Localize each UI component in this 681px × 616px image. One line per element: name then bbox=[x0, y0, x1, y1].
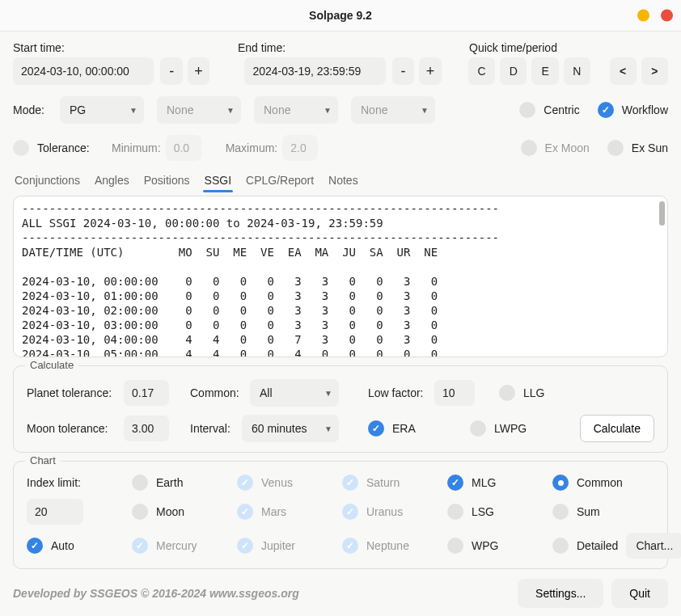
calculate-panel: Calculate Planet tolerance: 0.17 Common:… bbox=[13, 365, 668, 453]
venus-radio[interactable]: Venus bbox=[237, 475, 342, 491]
auto-radio[interactable]: Auto bbox=[27, 538, 132, 554]
lsg-label: LSG bbox=[472, 505, 494, 518]
interval-value: 60 minutes bbox=[252, 422, 316, 435]
jupiter-label: Jupiter bbox=[261, 539, 295, 552]
tolerance-row: Tolerance: Minimum: 0.0 Maximum: 2.0 Ex … bbox=[13, 135, 668, 161]
chevron-down-icon: ▼ bbox=[129, 106, 137, 115]
tab-ssgi[interactable]: SSGI bbox=[205, 171, 231, 192]
lsg-radio[interactable]: LSG bbox=[447, 504, 552, 520]
tab-angles[interactable]: Angles bbox=[95, 171, 129, 192]
quick-c-button[interactable]: C bbox=[468, 57, 495, 85]
mars-label: Mars bbox=[261, 505, 286, 518]
quit-button[interactable]: Quit bbox=[611, 579, 668, 608]
low-factor-label: Low factor: bbox=[368, 386, 434, 399]
credit-text: Developed by SSGEOS © 2016-2024 www.ssge… bbox=[13, 587, 510, 600]
common-select[interactable]: All ▼ bbox=[250, 379, 339, 407]
start-plus-button[interactable]: + bbox=[188, 57, 209, 85]
index-limit-label: Index limit: bbox=[27, 476, 132, 489]
chevron-down-icon: ▼ bbox=[324, 106, 332, 115]
workflow-radio[interactable]: Workflow bbox=[598, 102, 668, 118]
minimum-input[interactable]: 0.0 bbox=[166, 135, 201, 161]
saturn-radio[interactable]: Saturn bbox=[342, 475, 447, 491]
moon-label: Moon bbox=[156, 505, 184, 518]
close-icon[interactable] bbox=[661, 10, 673, 22]
neptune-radio[interactable]: Neptune bbox=[342, 538, 447, 554]
quick-e-button[interactable]: E bbox=[531, 57, 558, 85]
title-bar: Solpage 9.2 bbox=[0, 0, 681, 32]
quick-n-button[interactable]: N bbox=[564, 57, 590, 85]
mode-sub-select-2[interactable]: None ▼ bbox=[254, 96, 338, 124]
centric-radio[interactable]: Centric bbox=[519, 102, 579, 118]
workflow-label: Workflow bbox=[622, 103, 668, 116]
tab-positions[interactable]: Positions bbox=[144, 171, 190, 192]
sum-radio[interactable]: Sum bbox=[552, 504, 681, 520]
era-label: ERA bbox=[392, 422, 416, 435]
mode-sub-select-1[interactable]: None ▼ bbox=[157, 96, 241, 124]
lwpg-radio[interactable]: LWPG bbox=[470, 420, 527, 437]
wpg-label: WPG bbox=[472, 539, 498, 552]
app-window: Solpage 9.2 Start time: End time: Quick … bbox=[0, 0, 681, 616]
window-controls bbox=[637, 10, 673, 22]
moon-tol-input[interactable]: 3.00 bbox=[124, 416, 169, 441]
tolerance-label: Tolerance: bbox=[37, 141, 112, 154]
mode-sub-select-3[interactable]: None ▼ bbox=[351, 96, 435, 124]
tab-conjunctions[interactable]: Conjunctions bbox=[15, 171, 80, 192]
end-time-input[interactable]: 2024-03-19, 23:59:59 bbox=[244, 57, 385, 85]
tab-notes[interactable]: Notes bbox=[328, 171, 358, 192]
sum-label: Sum bbox=[577, 505, 600, 518]
detailed-radio[interactable]: Detailed bbox=[552, 538, 618, 554]
quick-d-button[interactable]: D bbox=[500, 57, 527, 85]
start-minus-button[interactable]: - bbox=[160, 57, 182, 85]
llg-radio[interactable]: LLG bbox=[499, 385, 544, 401]
auto-label: Auto bbox=[51, 539, 74, 552]
lwpg-label: LWPG bbox=[494, 422, 527, 435]
scrollbar-thumb[interactable] bbox=[659, 201, 665, 226]
tab-cplg[interactable]: CPLG/Report bbox=[246, 171, 314, 192]
tolerance-toggle[interactable] bbox=[13, 140, 29, 156]
output-text[interactable]: ----------------------------------------… bbox=[14, 196, 667, 357]
mode-select[interactable]: PG ▼ bbox=[60, 96, 144, 124]
era-radio[interactable]: ERA bbox=[368, 420, 434, 437]
mercury-label: Mercury bbox=[156, 539, 197, 552]
next-period-button[interactable]: > bbox=[641, 57, 668, 85]
mars-radio[interactable]: Mars bbox=[237, 504, 342, 520]
ex-moon-label: Ex Moon bbox=[545, 141, 590, 154]
mlg-radio[interactable]: MLG bbox=[447, 475, 552, 491]
planet-tol-input[interactable]: 0.17 bbox=[124, 380, 169, 406]
ex-moon-radio[interactable]: Ex Moon bbox=[521, 140, 590, 156]
end-minus-button[interactable]: - bbox=[392, 57, 414, 85]
chevron-down-icon: ▼ bbox=[421, 106, 429, 115]
start-time-input[interactable]: 2024-03-10, 00:00:00 bbox=[13, 57, 154, 85]
maximum-input[interactable]: 2.0 bbox=[282, 135, 318, 161]
earth-radio[interactable]: Earth bbox=[132, 475, 237, 491]
prev-period-button[interactable]: < bbox=[610, 57, 637, 85]
moon-radio[interactable]: Moon bbox=[132, 504, 237, 520]
start-time-label: Start time: bbox=[13, 41, 238, 54]
chart-button[interactable]: Chart... bbox=[626, 533, 681, 559]
settings-button[interactable]: Settings... bbox=[518, 579, 603, 608]
interval-label: Interval: bbox=[190, 422, 242, 435]
calculate-button[interactable]: Calculate bbox=[580, 415, 654, 442]
tab-bar: Conjunctions Angles Positions SSGI CPLG/… bbox=[13, 171, 668, 192]
ex-sun-radio[interactable]: Ex Sun bbox=[607, 140, 668, 156]
mode-sub-1-text: None bbox=[167, 103, 218, 116]
wpg-radio[interactable]: WPG bbox=[447, 538, 552, 554]
jupiter-radio[interactable]: Jupiter bbox=[237, 538, 342, 554]
chevron-down-icon: ▼ bbox=[324, 389, 332, 398]
ex-sun-label: Ex Sun bbox=[632, 141, 668, 154]
minimum-label: Minimum: bbox=[112, 141, 161, 154]
window-title: Solpage 9.2 bbox=[309, 9, 372, 22]
interval-select[interactable]: 60 minutes ▼ bbox=[242, 415, 339, 442]
end-plus-button[interactable]: + bbox=[419, 57, 441, 85]
llg-label: LLG bbox=[523, 386, 544, 399]
neptune-label: Neptune bbox=[366, 539, 409, 552]
mode-label: Mode: bbox=[13, 103, 60, 116]
uranus-radio[interactable]: Uranus bbox=[342, 504, 447, 520]
index-limit-input[interactable]: 20 bbox=[27, 499, 83, 525]
low-factor-input[interactable]: 10 bbox=[434, 380, 475, 406]
common-label: Common: bbox=[190, 386, 250, 399]
minimize-icon[interactable] bbox=[637, 10, 649, 22]
planet-tol-label: Planet tolerance: bbox=[27, 386, 124, 399]
common-radio[interactable]: Common bbox=[552, 475, 681, 491]
mercury-radio[interactable]: Mercury bbox=[132, 538, 237, 554]
